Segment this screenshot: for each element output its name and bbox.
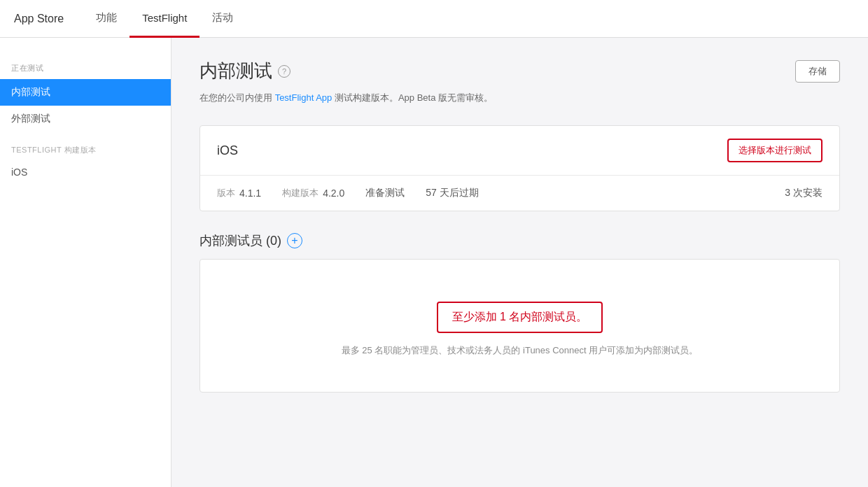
page-header: 内部测试 ? 存储: [200, 59, 840, 83]
install-count: 3 次安装: [785, 187, 822, 199]
sidebar: 正在测试 内部测试 外部测试 TESTFLIGHT 构建版本 iOS: [0, 38, 172, 487]
status-item: 准备测试: [365, 187, 405, 199]
expiry-item: 57 天后过期: [426, 187, 478, 199]
ios-meta-left: 版本 4.1.1 构建版本 4.2.0 准备测试 57 天后过期: [217, 187, 479, 199]
testers-note: 最多 25 名职能为管理员、技术或法务人员的 iTunes Connect 用户…: [214, 344, 825, 357]
sidebar-item-external[interactable]: 外部测试: [0, 106, 171, 132]
version-value: 4.1.1: [239, 188, 261, 199]
page-subtitle: 在您的公司内使用 TestFlight App 测试构建版本。App Beta …: [200, 92, 840, 104]
testflight-link[interactable]: TestFlight App: [275, 92, 332, 103]
title-row: 内部测试 ?: [200, 59, 290, 83]
help-icon[interactable]: ?: [278, 65, 290, 78]
testers-box: 至少添加 1 名内部测试员。 最多 25 名职能为管理员、技术或法务人员的 iT…: [200, 259, 840, 393]
save-button[interactable]: 存储: [795, 60, 840, 83]
select-version-button[interactable]: 选择版本进行测试: [727, 139, 822, 162]
add-tester-button[interactable]: +: [287, 233, 302, 248]
nav-item-testflight[interactable]: TestFlight: [130, 0, 200, 38]
appstore-brand[interactable]: App Store: [14, 0, 76, 38]
build-version-value: 4.2.0: [323, 188, 344, 199]
ios-section: iOS 选择版本进行测试 版本 4.1.1 构建版本 4.2.0 准备测试: [200, 125, 840, 211]
testers-warning: 至少添加 1 名内部测试员。: [437, 302, 603, 333]
top-navigation: App Store 功能 TestFlight 活动: [0, 0, 868, 38]
testers-section: 内部测试员 (0) + 至少添加 1 名内部测试员。 最多 25 名职能为管理员…: [200, 232, 840, 393]
version-label: 版本: [217, 187, 235, 199]
sidebar-section-testing: 正在测试: [0, 52, 171, 79]
version-item: 版本 4.1.1: [217, 187, 261, 199]
ios-header: iOS 选择版本进行测试: [200, 126, 839, 176]
status-value: 准备测试: [365, 187, 405, 199]
testers-title: 内部测试员 (0): [200, 232, 281, 249]
expiry-value: 57 天后过期: [426, 187, 478, 199]
ios-meta: 版本 4.1.1 构建版本 4.2.0 准备测试 57 天后过期 3 次安装: [200, 176, 839, 211]
nav-item-activity[interactable]: 活动: [200, 0, 246, 38]
sidebar-build-label: TESTFLIGHT 构建版本: [0, 132, 171, 160]
ios-title: iOS: [217, 143, 238, 158]
build-version-item: 构建版本 4.2.0: [282, 187, 344, 199]
testers-header: 内部测试员 (0) +: [200, 232, 840, 249]
sidebar-item-internal[interactable]: 内部测试: [0, 79, 171, 106]
nav-item-features[interactable]: 功能: [83, 0, 130, 38]
main-content: 内部测试 ? 存储 在您的公司内使用 TestFlight App 测试构建版本…: [172, 38, 868, 487]
sidebar-item-ios[interactable]: iOS: [0, 160, 171, 185]
build-version-label: 构建版本: [282, 187, 318, 199]
page-title: 内部测试: [200, 59, 272, 83]
page-layout: 正在测试 内部测试 外部测试 TESTFLIGHT 构建版本 iOS 内部测试 …: [0, 38, 868, 487]
